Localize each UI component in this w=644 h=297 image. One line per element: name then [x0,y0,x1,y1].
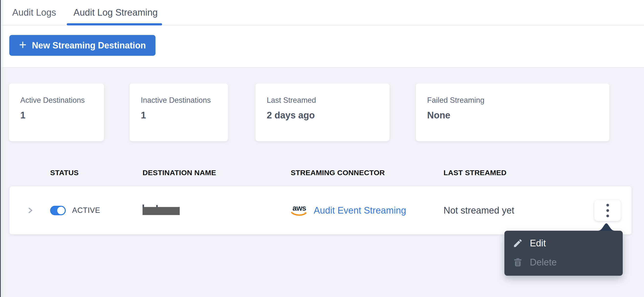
stat-card-active-destinations: Active Destinations 1 [9,83,104,141]
status-cell: ACTIVE [50,206,142,215]
expand-row-control[interactable] [10,207,50,214]
destination-table-row: ACTIVE aws Audit Event Streaming Not str… [10,186,632,234]
aws-smile-icon [291,212,307,217]
column-header-streaming-connector: STREAMING CONNECTOR [291,169,444,177]
connector-link[interactable]: Audit Event Streaming [314,205,406,216]
stat-card-inactive-destinations: Inactive Destinations 1 [130,83,228,141]
row-actions-menu-button[interactable] [594,200,621,221]
active-tab-underline [67,23,162,26]
status-label: ACTIVE [72,206,100,215]
aws-logo-text: aws [292,204,306,212]
toolbar: + New Streaming Destination [0,26,644,68]
stat-card-last-streamed: Last Streamed 2 days ago [256,83,390,141]
tab-bar: Audit Logs Audit Log Streaming [0,0,644,26]
window-left-edge-shadow [1,0,4,297]
column-header-destination-name: DESTINATION NAME [142,169,291,177]
stat-card-failed-streaming: Failed Streaming None [416,83,609,141]
audit-log-streaming-panel: Active Destinations 1 Inactive Destinati… [0,68,644,234]
menu-item-delete[interactable]: Delete [504,253,623,272]
stat-value: None [427,110,598,121]
tab-label: Audit Log Streaming [74,7,158,18]
aws-logo-icon: aws [291,204,308,217]
stat-label: Failed Streaming [427,96,598,105]
tab-audit-log-streaming[interactable]: Audit Log Streaming [67,0,164,25]
stats-row: Active Destinations 1 Inactive Destinati… [9,83,644,141]
table-header-row: STATUS DESTINATION NAME STREAMING CONNEC… [10,169,632,177]
status-toggle[interactable] [50,206,66,215]
destination-name-cell [142,206,291,215]
destination-name-redacted [142,207,180,215]
stat-value: 1 [141,110,216,121]
redaction-artifact [156,205,158,207]
streaming-connector-cell: aws Audit Event Streaming [291,204,444,217]
kebab-dot [606,214,609,217]
stat-label: Active Destinations [20,96,93,105]
menu-item-edit[interactable]: Edit [504,234,623,253]
pencil-icon [513,238,523,248]
trash-icon [513,257,523,267]
row-actions-cell [573,200,632,221]
window-left-edge [0,0,1,297]
tab-label: Audit Logs [12,7,56,18]
chevron-right-icon [27,207,34,214]
column-header-last-streamed: LAST STREAMED [444,169,573,177]
context-menu-caret-icon [598,222,615,231]
stat-label: Inactive Destinations [141,96,216,105]
last-streamed-cell: Not streamed yet [444,205,573,216]
new-streaming-destination-label: New Streaming Destination [32,40,146,51]
kebab-dot [606,209,609,212]
stat-value: 2 days ago [267,110,378,121]
tab-audit-logs[interactable]: Audit Logs [6,0,63,25]
menu-item-label: Edit [530,238,546,248]
menu-item-label: Delete [530,257,557,268]
kebab-dot [606,204,609,206]
stat-label: Last Streamed [267,96,378,105]
redaction-artifact [142,204,144,207]
new-streaming-destination-button[interactable]: + New Streaming Destination [9,35,156,56]
toggle-knob [57,207,65,214]
row-context-menu: Edit Delete [504,231,623,276]
column-header-status: STATUS [50,169,142,177]
stat-value: 1 [20,110,93,121]
